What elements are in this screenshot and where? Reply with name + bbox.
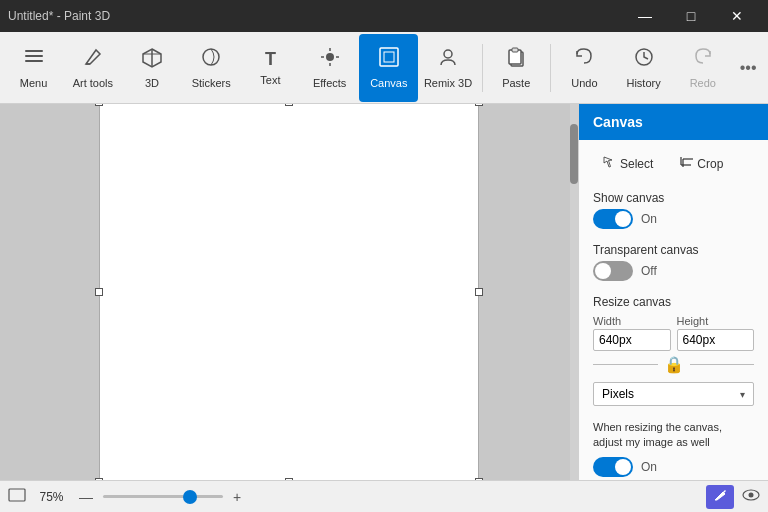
toolbar-item-menu[interactable]: Menu	[4, 34, 63, 102]
pencil-mode-button[interactable]	[706, 485, 734, 509]
adjust-image-section: When resizing the canvas, adjust my imag…	[593, 420, 754, 477]
svg-rect-0	[25, 50, 43, 52]
toolbar-item-undo[interactable]: Undo	[555, 34, 614, 102]
unit-dropdown[interactable]: Pixels ▾	[593, 382, 754, 406]
history-icon	[633, 46, 655, 73]
toolbar-item-effects[interactable]: Effects	[300, 34, 359, 102]
toggle-thumb-3	[615, 459, 631, 475]
transparent-canvas-toggle[interactable]	[593, 261, 633, 281]
resize-canvas-section: Resize canvas Width Height	[593, 295, 754, 406]
toggle-thumb	[615, 211, 631, 227]
canvas-icon	[378, 46, 400, 73]
3d-label: 3D	[145, 77, 159, 89]
canvas-size-icon[interactable]	[8, 488, 26, 505]
transparent-canvas-label: Transparent canvas	[593, 243, 754, 257]
more-button[interactable]: •••	[732, 34, 764, 102]
titlebar: Untitled* - Paint 3D — □ ✕	[0, 0, 768, 32]
svg-point-7	[326, 53, 334, 61]
svg-point-6	[203, 49, 219, 65]
transparent-canvas-section: Transparent canvas Off	[593, 243, 754, 281]
select-button[interactable]: Select	[593, 150, 662, 177]
toolbar-item-paste[interactable]: Paste	[487, 34, 546, 102]
crop-button[interactable]: Crop	[670, 150, 732, 177]
show-canvas-label: Show canvas	[593, 191, 754, 205]
canvas-surface	[99, 104, 479, 480]
zoom-percentage: 75%	[34, 490, 69, 504]
titlebar-controls: — □ ✕	[622, 0, 760, 32]
canvas-panel: Canvas Select Crop	[578, 104, 768, 480]
pencil-icon	[713, 488, 727, 505]
svg-rect-13	[384, 52, 394, 62]
view-toggle-button[interactable]	[742, 488, 760, 506]
toolbar-divider	[482, 44, 483, 92]
titlebar-title: Untitled* - Paint 3D	[8, 9, 110, 23]
height-label: Height	[677, 315, 755, 327]
remix3d-label: Remix 3D	[424, 77, 472, 89]
art-tools-icon	[82, 46, 104, 73]
adjust-toggle-row: On	[593, 457, 754, 477]
canvas-label: Canvas	[370, 77, 407, 89]
handle-bottom-right[interactable]	[475, 478, 483, 480]
lock-icon[interactable]: 🔒	[664, 355, 684, 374]
handle-top-right[interactable]	[475, 104, 483, 106]
select-crop-row: Select Crop	[593, 150, 754, 177]
remix3d-icon	[437, 46, 459, 73]
select-icon	[602, 155, 616, 172]
toolbar-item-redo[interactable]: Redo	[673, 34, 732, 102]
handle-bottom-middle[interactable]	[285, 478, 293, 480]
text-icon: T	[265, 49, 276, 70]
adjust-toggle[interactable]	[593, 457, 633, 477]
svg-point-14	[444, 50, 452, 58]
toolbar-item-stickers[interactable]: Stickers	[182, 34, 241, 102]
svg-rect-23	[9, 489, 25, 501]
transparent-canvas-state: Off	[641, 264, 657, 278]
canvas-area[interactable]	[0, 104, 578, 480]
paste-icon	[505, 46, 527, 73]
toolbar-item-text[interactable]: T Text	[241, 34, 300, 102]
show-canvas-state: On	[641, 212, 657, 226]
crop-icon	[679, 155, 693, 172]
vertical-scrollbar[interactable]	[570, 104, 578, 480]
svg-rect-1	[25, 55, 43, 57]
svg-rect-12	[380, 48, 398, 66]
more-icon: •••	[740, 59, 757, 77]
panel-body: Select Crop Show canvas On	[579, 140, 768, 480]
handle-middle-left[interactable]	[95, 288, 103, 296]
handle-top-left[interactable]	[95, 104, 103, 106]
zoom-out-button[interactable]: —	[77, 489, 95, 505]
handle-middle-right[interactable]	[475, 288, 483, 296]
toolbar-item-history[interactable]: History	[614, 34, 673, 102]
show-canvas-section: Show canvas On	[593, 191, 754, 229]
show-canvas-toggle-row: On	[593, 209, 754, 229]
stickers-icon	[200, 46, 222, 73]
toolbar-divider-2	[550, 44, 551, 92]
svg-rect-17	[512, 48, 518, 52]
handle-top-middle[interactable]	[285, 104, 293, 106]
zoom-slider[interactable]	[103, 495, 223, 498]
show-canvas-toggle[interactable]	[593, 209, 633, 229]
toolbar-item-canvas[interactable]: Canvas	[359, 34, 418, 102]
history-label: History	[626, 77, 660, 89]
3d-icon	[141, 46, 163, 73]
zoom-in-button[interactable]: +	[231, 489, 243, 505]
toolbar-item-3d[interactable]: 3D	[122, 34, 181, 102]
paste-label: Paste	[502, 77, 530, 89]
panel-header: Canvas	[579, 104, 768, 140]
toolbar-item-remix3d[interactable]: Remix 3D	[418, 34, 477, 102]
scrollbar-thumb[interactable]	[570, 124, 578, 184]
svg-point-25	[749, 492, 754, 497]
redo-icon	[692, 46, 714, 73]
redo-label: Redo	[690, 77, 716, 89]
effects-icon	[319, 46, 341, 73]
toolbar-item-art-tools[interactable]: Art tools	[63, 34, 122, 102]
toggle-thumb-2	[595, 263, 611, 279]
wh-row: Width Height	[593, 315, 754, 351]
width-col: Width	[593, 315, 671, 351]
width-input[interactable]	[593, 329, 671, 351]
close-button[interactable]: ✕	[714, 0, 760, 32]
handle-bottom-left[interactable]	[95, 478, 103, 480]
height-input[interactable]	[677, 329, 755, 351]
minimize-button[interactable]: —	[622, 0, 668, 32]
maximize-button[interactable]: □	[668, 0, 714, 32]
menu-icon	[23, 46, 45, 73]
